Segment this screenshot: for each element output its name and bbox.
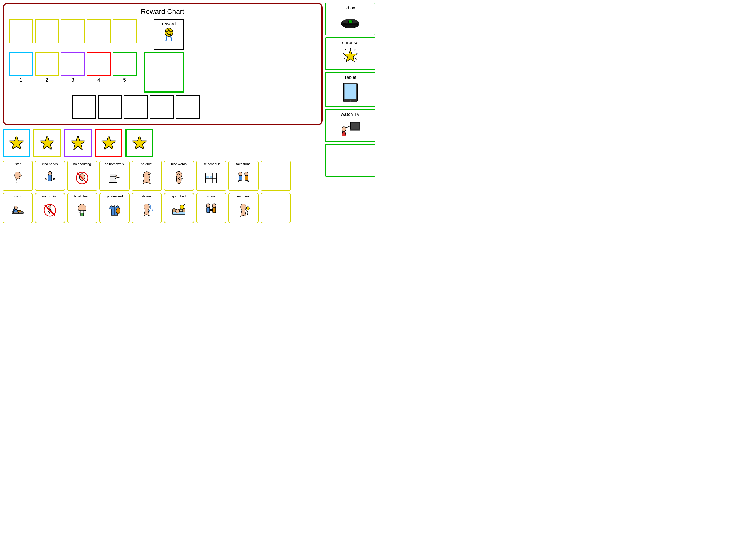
reward-box: reward xyxy=(154,19,184,50)
svg-point-11 xyxy=(53,178,55,180)
svg-rect-27 xyxy=(206,173,217,183)
star-box-purple[interactable]: ★ xyxy=(64,129,92,157)
star-icon-4: ★ xyxy=(101,134,117,152)
reward-tablet-icon xyxy=(341,82,360,104)
reward-xbox-icon xyxy=(340,12,360,33)
black-slots-row xyxy=(72,95,316,119)
task-brush-teeth[interactable]: brush teeth xyxy=(67,193,97,223)
slot-number-2: 2 xyxy=(45,77,48,83)
task-use-schedule-label: use schedule xyxy=(202,162,221,166)
star-box-green[interactable]: ★ xyxy=(125,129,153,157)
svg-line-90 xyxy=(344,59,345,59)
reward-surprise[interactable]: surprise xyxy=(325,37,375,70)
task-area: listen kind hands xyxy=(3,161,323,223)
slot-number-4: 4 xyxy=(97,77,100,83)
svg-point-47 xyxy=(49,205,51,208)
svg-rect-34 xyxy=(210,176,212,178)
slot-yellow-3[interactable] xyxy=(61,19,85,43)
svg-rect-74 xyxy=(213,208,216,212)
task-eat-meal[interactable]: eat meal xyxy=(228,193,258,223)
task-be-quiet[interactable]: be quiet xyxy=(132,161,162,191)
task-do-homework-label: do homework xyxy=(105,162,124,166)
slot-number-1: 1 xyxy=(19,77,22,83)
svg-rect-38 xyxy=(245,176,248,180)
task-do-homework[interactable]: do homework xyxy=(99,161,129,191)
task-no-running-label: no running xyxy=(42,194,57,198)
task-shower-icon xyxy=(140,199,153,222)
slot-wrapper-2: 2 xyxy=(35,52,59,83)
black-slot-2[interactable] xyxy=(98,95,122,119)
black-slot-4[interactable] xyxy=(150,95,174,119)
svg-rect-16 xyxy=(110,174,116,182)
slot-yellow-4[interactable] xyxy=(87,19,111,43)
task-go-to-bed-label: go to bed xyxy=(172,194,186,198)
task-empty-1[interactable] xyxy=(260,161,291,191)
task-go-to-bed[interactable]: go to bed xyxy=(164,193,194,223)
task-nice-words[interactable]: nice words xyxy=(164,161,194,191)
svg-line-70 xyxy=(184,205,185,205)
svg-line-61 xyxy=(152,208,153,211)
svg-point-19 xyxy=(116,176,118,177)
task-no-shouting[interactable]: no shoutting xyxy=(67,161,97,191)
svg-rect-33 xyxy=(206,176,209,178)
task-shower[interactable]: shower xyxy=(132,193,162,223)
slot-yellow-1[interactable] xyxy=(9,19,33,43)
task-no-running[interactable]: no running xyxy=(35,193,65,223)
svg-line-3 xyxy=(171,36,172,41)
star-icon-3: ★ xyxy=(70,134,86,152)
svg-point-39 xyxy=(238,180,249,182)
svg-line-86 xyxy=(345,49,346,50)
svg-point-57 xyxy=(144,204,149,210)
svg-point-6 xyxy=(48,171,52,176)
task-no-shouting-icon xyxy=(76,167,89,189)
reward-xbox[interactable]: xbox xyxy=(325,3,375,35)
task-get-dressed[interactable]: get dressed xyxy=(99,193,129,223)
slot-cyan-1[interactable] xyxy=(9,52,33,76)
slot-wrapper-1: 1 xyxy=(9,52,33,83)
large-green-slot[interactable] xyxy=(144,52,184,93)
task-listen[interactable]: listen xyxy=(3,161,33,191)
svg-point-37 xyxy=(245,172,248,176)
star-box-cyan[interactable]: ★ xyxy=(3,129,30,157)
slot-green-5[interactable] xyxy=(113,52,137,76)
task-use-schedule[interactable]: use schedule xyxy=(196,161,226,191)
task-nice-words-label: nice words xyxy=(171,162,187,166)
task-empty-2[interactable] xyxy=(260,193,291,223)
task-take-turns[interactable]: take turns xyxy=(228,161,258,191)
star-box-red[interactable]: ★ xyxy=(95,129,122,157)
slot-wrapper-3: 3 xyxy=(61,52,85,83)
svg-point-77 xyxy=(246,207,250,210)
task-listen-icon xyxy=(11,167,24,189)
task-go-to-bed-icon xyxy=(172,199,186,222)
black-slot-3[interactable] xyxy=(124,95,148,119)
reward-watch-tv[interactable]: watch TV xyxy=(325,109,375,142)
star-icon-5: ★ xyxy=(132,134,148,152)
black-slot-1[interactable] xyxy=(72,95,96,119)
svg-rect-95 xyxy=(351,123,359,128)
slot-purple-3[interactable] xyxy=(61,52,85,76)
slot-yellow-2a[interactable] xyxy=(35,52,59,76)
slot-red-4[interactable] xyxy=(87,52,111,76)
task-tidy-up-label: tidy up xyxy=(13,194,22,198)
svg-line-99 xyxy=(346,126,350,128)
main-area: Reward Chart reward xyxy=(0,0,378,226)
svg-rect-92 xyxy=(344,84,356,99)
task-share[interactable]: share xyxy=(196,193,226,223)
task-tidy-up[interactable]: tidy up xyxy=(3,193,33,223)
task-kind-hands[interactable]: kind hands xyxy=(35,161,65,191)
svg-marker-83 xyxy=(344,50,357,62)
slot-yellow-2[interactable] xyxy=(35,19,59,43)
svg-line-2 xyxy=(166,36,167,41)
reward-surprise-icon xyxy=(340,47,360,67)
black-slot-5[interactable] xyxy=(176,95,200,119)
reward-empty[interactable] xyxy=(325,144,375,177)
svg-point-56 xyxy=(116,208,120,214)
task-get-dressed-icon xyxy=(108,199,122,222)
reward-chart: Reward Chart reward xyxy=(3,3,323,125)
reward-watch-tv-label: watch TV xyxy=(341,112,360,117)
star-box-yellow[interactable]: ★ xyxy=(33,129,61,157)
task-shower-label: shower xyxy=(141,194,152,198)
slot-yellow-5[interactable] xyxy=(113,19,137,43)
reward-tablet[interactable]: Tablet xyxy=(325,72,375,107)
task-nice-words-icon xyxy=(172,167,186,189)
